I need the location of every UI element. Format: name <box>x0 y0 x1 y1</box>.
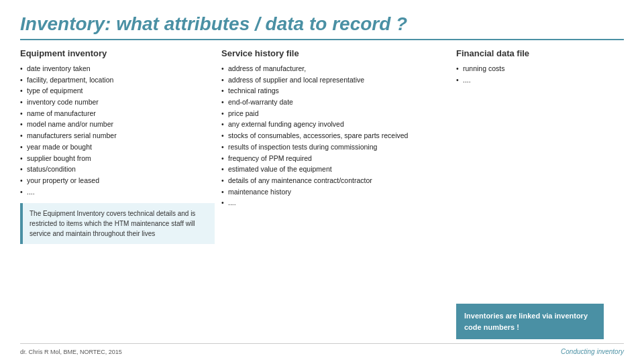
page: Inventory: what attributes / data to rec… <box>0 0 644 362</box>
list-item: .... <box>20 187 215 197</box>
list-item: name of manufacturer <box>20 109 215 119</box>
list-item: .... <box>456 75 604 85</box>
linked-inventories-box: Inventories are linked via inventory cod… <box>456 304 604 339</box>
list-item: type of equipment <box>20 86 215 96</box>
columns: Equipment inventory date inventory taken… <box>20 48 624 339</box>
list-item: address of manufacturer, <box>221 64 449 74</box>
financial-data-list: running costs .... <box>456 64 604 86</box>
list-item: maintenance history <box>221 187 449 197</box>
financial-data-header: Financial data file <box>456 48 604 60</box>
equipment-info-box: The Equipment Inventory covers technical… <box>20 203 215 244</box>
list-item: frequency of PPM required <box>221 154 449 164</box>
list-item: facility, department, location <box>20 75 215 85</box>
service-history-header: Service history file <box>221 48 449 60</box>
list-item: model name and/or number <box>20 119 215 129</box>
list-item: year made or bought <box>20 142 215 152</box>
list-item: results of inspection tests during commi… <box>221 142 449 152</box>
service-history-column: Service history file address of manufact… <box>221 48 449 339</box>
list-item: price paid <box>221 109 449 119</box>
list-item: inventory code number <box>20 97 215 107</box>
equipment-inventory-list: date inventory taken facility, departmen… <box>20 64 215 198</box>
footer-section: Conducting inventory <box>561 348 624 355</box>
list-item: estimated value of the equipment <box>221 164 449 174</box>
list-item: end-of-warranty date <box>221 97 449 107</box>
list-item: details of any maintenance contract/cont… <box>221 176 449 186</box>
list-item: status/condition <box>20 164 215 174</box>
service-history-list: address of manufacturer, address of supp… <box>221 64 449 209</box>
equipment-inventory-column: Equipment inventory date inventory taken… <box>20 48 215 339</box>
list-item: your property or leased <box>20 176 215 186</box>
list-item: running costs <box>456 64 604 74</box>
divider <box>20 39 624 40</box>
list-item: address of supplier and local representa… <box>221 75 449 85</box>
list-item: .... <box>221 198 449 208</box>
financial-data-column: Financial data file running costs .... I… <box>456 48 604 339</box>
list-item: any external funding agency involved <box>221 119 449 129</box>
footer-citation: dr. Chris R Mol, BME, NORTEC, 2015 <box>20 349 122 355</box>
list-item: date inventory taken <box>20 64 215 74</box>
list-item: manufacturers serial number <box>20 131 215 141</box>
equipment-inventory-header: Equipment inventory <box>20 48 215 60</box>
list-item: supplier bought from <box>20 154 215 164</box>
page-title: Inventory: what attributes / data to rec… <box>20 13 624 35</box>
list-item: stocks of consumables, accessories, spar… <box>221 131 449 141</box>
list-item: technical ratings <box>221 86 449 96</box>
footer: dr. Chris R Mol, BME, NORTEC, 2015 Condu… <box>20 343 624 355</box>
